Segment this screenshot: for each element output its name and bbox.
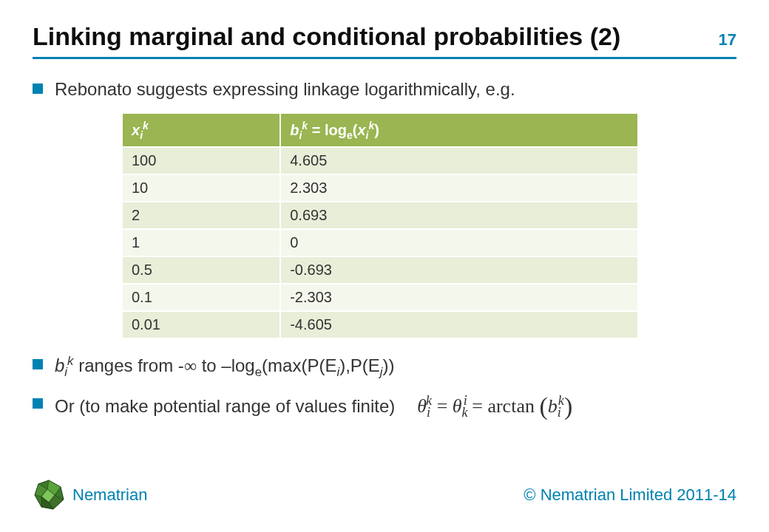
cell-x: 10 [122,174,280,202]
log-table: xik bik = loge(xik) 1004.605 102.303 20.… [121,112,639,340]
table-header-b: bik = loge(xik) [280,113,638,148]
bullet-finite-text: Or (to make potential range of values fi… [55,394,395,419]
page-number: 17 [719,30,736,50]
table-wrap: xik bik = loge(xik) 1004.605 102.303 20.… [121,112,736,340]
footer: Nematrian © Nematrian Limited 2011-14 [0,479,769,511]
formula-b-sup: k [558,393,564,408]
theta-formula: θik = θki = arctan (bik) [417,392,572,422]
copyright: © Nematrian Limited 2011-14 [524,485,736,505]
table-row: 0.01-4.605 [122,311,638,338]
header-b-x: x [357,121,365,137]
nematrian-logo-icon [33,479,65,511]
formula-b: b [548,395,558,416]
range-paren: (max(P(E [262,355,336,375]
table-row: 20.693 [122,202,638,229]
cell-x: 100 [122,147,280,174]
cell-x: 1 [122,229,280,256]
bullet-rebonato: Rebonato suggests expressing linkage log… [33,77,736,102]
range-after-inf: to –log [197,355,255,375]
cell-x: 2 [122,202,280,229]
bullet-rebonato-text: Rebonato suggests expressing linkage log… [55,79,515,99]
cell-x: 0.01 [122,311,280,338]
table-row: 0.1-2.303 [122,284,638,311]
cell-b: -0.693 [280,256,638,284]
slide-title: Linking marginal and conditional probabi… [33,22,620,51]
slide: Linking marginal and conditional probabi… [0,0,769,532]
header-b-e: e [347,129,353,140]
range-log-e: e [255,365,262,379]
table-row: 102.303 [122,174,638,202]
eq-1: = [437,395,453,416]
eq-2: = [472,395,487,416]
header-x-sup: k [143,120,149,132]
table-row: 0.5-0.693 [122,256,638,284]
title-row: Linking marginal and conditional probabi… [0,0,769,51]
range-mid: ranges from - [73,355,183,375]
cell-b: -2.303 [280,284,638,311]
range-comma: ),P(E [339,355,380,375]
bullet-range: bik ranges from -∞ to –loge(max(P(Ei),P(… [33,352,736,381]
bullet-finite: Or (to make potential range of values fi… [33,392,736,422]
header-b-sup: k [302,120,308,132]
open-paren: ( [539,396,547,416]
table-row: 10 [122,229,638,256]
theta-2-sup: i [464,393,467,408]
cell-x: 0.5 [122,256,280,284]
table-row: 1004.605 [122,147,638,174]
arctan: arctan [487,395,535,416]
slide-body: Rebonato suggests expressing linkage log… [0,59,769,422]
cell-b: 0.693 [280,202,638,229]
cell-b: 0 [280,229,638,256]
header-b-mid: = log [308,121,347,137]
header-x-var: x [132,121,140,137]
close-paren: ) [564,396,572,416]
header-b-close: ) [374,121,379,137]
range-close: )) [383,355,395,375]
cell-b: 4.605 [280,147,638,174]
cell-b: 2.303 [280,174,638,202]
brand-name: Nematrian [72,485,147,505]
table-header-x: xik [122,113,280,148]
theta-2: θ [453,395,462,416]
cell-b: -4.605 [280,311,638,338]
range-b: b [55,355,64,375]
header-b-var: b [290,121,299,137]
theta-1-sup: k [426,393,432,408]
cell-x: 0.1 [122,284,280,311]
infinity-symbol: ∞ [184,356,197,375]
footer-left: Nematrian [33,479,147,511]
